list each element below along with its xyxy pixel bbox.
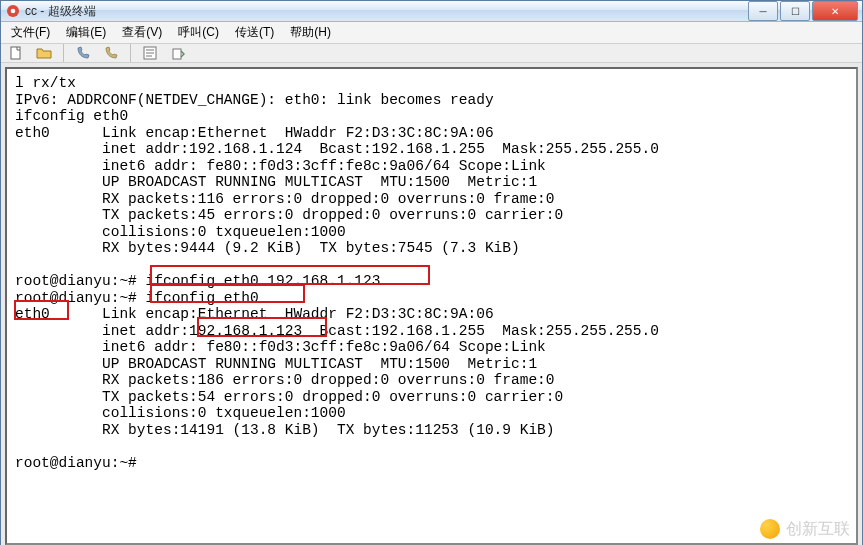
terminal-line: TX packets:54 errors:0 dropped:0 overrun… (15, 389, 848, 406)
new-file-icon[interactable] (7, 44, 25, 62)
terminal-output[interactable]: l rx/txIPv6: ADDRCONF(NETDEV_CHANGE): et… (5, 67, 858, 545)
terminal-line: RX bytes:9444 (9.2 KiB) TX bytes:7545 (7… (15, 240, 848, 257)
terminal-line: eth0 Link encap:Ethernet HWaddr F2:D3:3C… (15, 125, 848, 142)
window-title: cc - 超级终端 (25, 3, 748, 20)
terminal-line: root@dianyu:~# ifconfig eth0 (15, 290, 848, 307)
terminal-line: UP BROADCAST RUNNING MULTICAST MTU:1500 … (15, 356, 848, 373)
terminal-line: ifconfig eth0 (15, 108, 848, 125)
terminal-line: collisions:0 txqueuelen:1000 (15, 224, 848, 241)
terminal-line: UP BROADCAST RUNNING MULTICAST MTU:1500 … (15, 174, 848, 191)
menubar: 文件(F) 编辑(E) 查看(V) 呼叫(C) 传送(T) 帮助(H) (1, 22, 862, 44)
phone-disconnect-icon[interactable] (102, 44, 120, 62)
terminal-line: inet addr:192.168.1.123 Bcast:192.168.1.… (15, 323, 848, 340)
svg-rect-7 (173, 49, 181, 59)
terminal-line (15, 438, 848, 455)
close-button[interactable]: ✕ (812, 1, 858, 21)
phone-connect-icon[interactable] (74, 44, 92, 62)
watermark-logo-icon (760, 519, 780, 539)
terminal-line: eth0 Link encap:Ethernet HWaddr F2:D3:3C… (15, 306, 848, 323)
terminal-line (15, 257, 848, 274)
send-file-icon[interactable] (169, 44, 187, 62)
svg-point-1 (11, 9, 16, 14)
terminal-line: inet addr:192.168.1.124 Bcast:192.168.1.… (15, 141, 848, 158)
menu-file[interactable]: 文件(F) (5, 22, 56, 43)
svg-rect-2 (11, 47, 20, 59)
terminal-line: RX packets:186 errors:0 dropped:0 overru… (15, 372, 848, 389)
terminal-line: collisions:0 txqueuelen:1000 (15, 405, 848, 422)
terminal-line: RX packets:116 errors:0 dropped:0 overru… (15, 191, 848, 208)
menu-call[interactable]: 呼叫(C) (172, 22, 225, 43)
properties-icon[interactable] (141, 44, 159, 62)
terminal-line: TX packets:45 errors:0 dropped:0 overrun… (15, 207, 848, 224)
terminal-line: inet6 addr: fe80::f0d3:3cff:fe8c:9a06/64… (15, 339, 848, 356)
minimize-button[interactable]: ─ (748, 1, 778, 21)
open-folder-icon[interactable] (35, 44, 53, 62)
menu-transfer[interactable]: 传送(T) (229, 22, 280, 43)
app-icon (5, 3, 21, 19)
terminal-line: l rx/tx (15, 75, 848, 92)
terminal-area: l rx/txIPv6: ADDRCONF(NETDEV_CHANGE): et… (1, 63, 862, 545)
maximize-button[interactable]: ☐ (780, 1, 810, 21)
watermark: 创新互联 (760, 519, 850, 539)
terminal-line: RX bytes:14191 (13.8 KiB) TX bytes:11253… (15, 422, 848, 439)
toolbar-separator (130, 44, 131, 62)
terminal-line: inet6 addr: fe80::f0d3:3cff:fe8c:9a06/64… (15, 158, 848, 175)
titlebar: cc - 超级终端 ─ ☐ ✕ (1, 1, 862, 22)
menu-help[interactable]: 帮助(H) (284, 22, 337, 43)
app-window: cc - 超级终端 ─ ☐ ✕ 文件(F) 编辑(E) 查看(V) 呼叫(C) … (0, 0, 863, 545)
watermark-text: 创新互联 (786, 521, 850, 538)
window-controls: ─ ☐ ✕ (748, 1, 858, 21)
terminal-line: root@dianyu:~# ifconfig eth0 192.168.1.1… (15, 273, 848, 290)
terminal-line: root@dianyu:~# (15, 455, 848, 472)
toolbar (1, 44, 862, 63)
toolbar-separator (63, 44, 64, 62)
menu-view[interactable]: 查看(V) (116, 22, 168, 43)
menu-edit[interactable]: 编辑(E) (60, 22, 112, 43)
terminal-line: IPv6: ADDRCONF(NETDEV_CHANGE): eth0: lin… (15, 92, 848, 109)
